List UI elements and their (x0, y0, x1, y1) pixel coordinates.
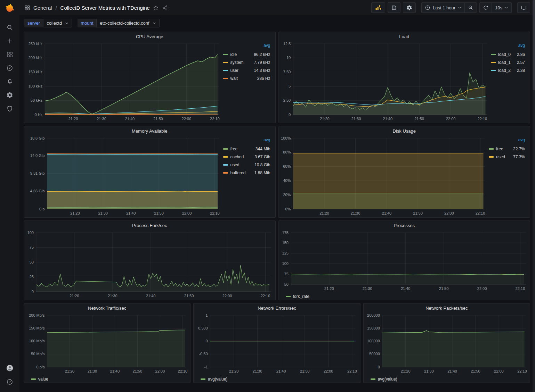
create-plus-icon[interactable] (3, 36, 17, 46)
explore-compass-icon[interactable] (3, 63, 17, 73)
dashboards-grid-icon[interactable] (24, 5, 30, 11)
share-icon[interactable] (162, 5, 168, 11)
refresh-interval-select[interactable]: 10s (492, 2, 512, 13)
series-name[interactable]: idle (230, 52, 237, 57)
x-axis-label: 21:20 (70, 211, 80, 215)
series-color-dash-icon (223, 148, 228, 150)
chart-canvas[interactable]: 0 b4.66 Gib9.31 Gib14.0 Gib18.6 Gib21:20… (25, 135, 222, 217)
x-axis-label: 22:00 (155, 369, 165, 373)
time-range-picker[interactable]: Last 1 hour (421, 2, 465, 13)
series-name[interactable]: value (38, 377, 48, 382)
series-name[interactable]: free (230, 147, 238, 151)
x-axis-label: 21:50 (413, 211, 423, 215)
chart-canvas[interactable]: 02.5057.501012.521:2021:3021:4021:5022:0… (279, 41, 491, 122)
refresh-button[interactable] (479, 2, 492, 13)
legend-header-avg[interactable]: avg (223, 137, 270, 145)
chart-processes[interactable]: 507510012515017521:2021:3021:4021:5022:0… (279, 230, 529, 292)
star-icon[interactable] (153, 5, 159, 11)
y-axis-label: 0 (289, 112, 291, 117)
configuration-gear-icon[interactable] (3, 90, 17, 100)
panel-title[interactable]: Load (279, 32, 530, 41)
series-name[interactable]: buffered (230, 170, 246, 175)
scrollbar[interactable] (533, 0, 535, 392)
legend-header-avg[interactable]: avg (489, 137, 525, 145)
zoom-out-button[interactable] (464, 2, 477, 13)
breadcrumb-folder[interactable]: General (33, 5, 52, 11)
kiosk-tv-button[interactable] (517, 2, 530, 13)
x-axis-label: 22:10 (261, 294, 270, 298)
y-axis-label: 60% (283, 164, 291, 168)
y-axis-label: 5 (289, 84, 291, 88)
chart-load[interactable]: 02.5057.501012.521:2021:3021:4021:5022:0… (279, 41, 491, 122)
series-name[interactable]: fork_rate (293, 294, 309, 299)
chart-network-packets-sec[interactable]: 05000010000015000020000021:2021:3021:402… (364, 312, 529, 375)
chart-memory-available[interactable]: 0 b4.66 Gib9.31 Gib14.0 Gib18.6 Gib21:20… (25, 135, 222, 217)
chart-cpu-average[interactable]: 0 Hz50 kHz100 kHz150 kHz200 kHz250 kHz21… (25, 41, 222, 122)
chart-canvas[interactable]: -1-0.5000.500121:2021:3021:4021:5022:002… (194, 312, 359, 375)
variable-mount[interactable]: mount etc-collectd-collectd.conf (78, 19, 159, 27)
chart-canvas[interactable]: 05000010000015000020000021:2021:3021:402… (364, 312, 529, 375)
series-name[interactable]: free (496, 147, 503, 151)
panel-title[interactable]: Network Errors/sec (194, 303, 360, 312)
panel-title[interactable]: Network Packets/sec (364, 303, 530, 312)
panel-title[interactable]: Disk Usage (279, 126, 530, 135)
series-name[interactable]: cached (230, 155, 244, 159)
chart-canvas[interactable]: 0%20%40%60%80%100%21:2021:3021:4021:5022… (279, 135, 488, 217)
chart-network-errors-sec[interactable]: -1-0.5000.500121:2021:3021:4021:5022:002… (194, 312, 359, 375)
legend-item: user14.3 kHz (223, 66, 270, 74)
x-axis-label: 21:30 (350, 211, 360, 215)
x-axis-label: 22:00 (324, 369, 333, 373)
series-name[interactable]: wait (230, 76, 238, 81)
panel-load: Load02.5057.501012.521:2021:3021:4021:50… (278, 32, 530, 123)
y-axis-label: 0.500 (198, 326, 208, 330)
dashboards-icon[interactable] (3, 49, 17, 60)
chart-canvas[interactable]: 0 Hz50 kHz100 kHz150 kHz200 kHz250 kHz21… (25, 41, 222, 122)
panel-title[interactable]: Memory Available (24, 126, 275, 135)
chart-canvas[interactable]: 0 b/s50 Mb/s100 Mb/s150 Mb/s200 Mb/s21:2… (25, 312, 189, 375)
chart-disk-usage[interactable]: 0%20%40%60%80%100%21:2021:3021:4021:5022… (279, 135, 488, 217)
panel-title[interactable]: CPU Average (24, 32, 275, 41)
series-name[interactable]: avg(value) (378, 377, 397, 382)
series-name[interactable]: user (230, 68, 238, 73)
x-axis-label: 22:00 (444, 211, 454, 215)
x-axis-label: 22:10 (210, 211, 220, 215)
series-name[interactable]: avg(value) (208, 377, 227, 382)
series-name[interactable]: used (496, 155, 505, 159)
chart-process-fork-sec[interactable]: 025507510021:2021:3021:4021:5022:0022:10 (25, 230, 275, 299)
panel-title[interactable]: Process Fork/sec (24, 221, 275, 230)
series-name[interactable]: load_0 (498, 52, 511, 57)
y-axis-label: 20% (283, 193, 291, 197)
user-avatar[interactable] (3, 363, 17, 373)
svg-text:?: ? (9, 380, 10, 384)
chart-canvas[interactable]: 507510012515017521:2021:3021:4021:5022:0… (279, 230, 529, 292)
navbar: General / CollectD Server Metrics with T… (19, 0, 535, 15)
save-dashboard-button[interactable] (388, 2, 400, 13)
series-name[interactable]: load_1 (498, 60, 511, 65)
search-icon[interactable] (3, 22, 17, 33)
variable-server[interactable]: server collectd (24, 19, 72, 27)
chart-canvas[interactable]: 025507510021:2021:3021:4021:5022:0022:10 (25, 230, 275, 299)
y-axis-label: 50 kHz (31, 98, 42, 102)
legend-header-avg[interactable]: avg (223, 43, 270, 50)
series-name[interactable]: load_2 (498, 68, 511, 73)
alerting-bell-icon[interactable] (3, 76, 17, 87)
panel-title[interactable]: Processes (279, 221, 530, 230)
server-admin-shield-icon[interactable] (3, 103, 17, 114)
legend-item: load_02.86 (491, 50, 525, 58)
grafana-logo[interactable] (5, 3, 15, 15)
series-name[interactable]: used (230, 162, 240, 167)
sidebar-nav (3, 22, 17, 114)
legend-item: buffered1.68 Mib (223, 169, 270, 177)
legend-header-avg[interactable]: avg (491, 43, 525, 50)
page-title[interactable]: CollectD Server Metrics with TDengine (60, 5, 150, 11)
x-axis-label: 21:50 (439, 286, 448, 291)
x-axis-label: 21:50 (153, 117, 163, 121)
series-name[interactable]: system (230, 60, 244, 65)
panel-title[interactable]: Network Traffic/sec (24, 303, 190, 312)
dashboard-settings-button[interactable] (403, 2, 416, 13)
chart-network-traffic-sec[interactable]: 0 b/s50 Mb/s100 Mb/s150 Mb/s200 Mb/s21:2… (25, 312, 189, 375)
scrollbar-thumb[interactable] (533, 0, 535, 90)
add-panel-button[interactable] (371, 2, 385, 13)
y-axis-label: 125 (282, 251, 288, 255)
help-icon[interactable]: ? (3, 377, 17, 387)
